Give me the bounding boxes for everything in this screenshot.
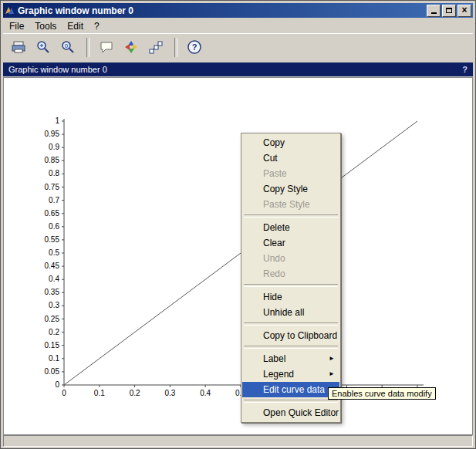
context-menu-item-label[interactable]: Label► [242, 351, 339, 366]
context-menu-item-copy-style[interactable]: Copy Style [242, 181, 339, 197]
menu-separator [244, 400, 338, 403]
app-window: Graphic window number 0 × FileToolsEdit? [0, 0, 476, 449]
menu-item-label: Legend [263, 369, 294, 380]
menu-item-label: Open Quick Editor [263, 407, 339, 418]
toolbar-separator [86, 38, 89, 57]
svg-text:0: 0 [64, 42, 68, 49]
datatips-button[interactable] [144, 36, 167, 59]
context-menu-item-clear[interactable]: Clear [242, 235, 339, 251]
title-bar[interactable]: Graphic window number 0 × [3, 3, 473, 18]
context-menu-item-copy-to-clipboard[interactable]: Copy to Clipboard [242, 328, 339, 343]
svg-text:0.55: 0.55 [45, 235, 60, 244]
context-menu-item-open-quick-editor[interactable]: Open Quick Editor [242, 405, 339, 420]
menubar-item-help[interactable]: ? [89, 20, 105, 32]
ged-button[interactable] [95, 36, 117, 59]
svg-text:0.8: 0.8 [49, 169, 59, 177]
context-menu-item-redo: Redo [242, 266, 339, 282]
window-title: Graphic window number 0 [18, 5, 133, 16]
info-bar: Graphic window number 0 ? [3, 62, 473, 76]
svg-text:?: ? [191, 42, 197, 52]
svg-text:0.2: 0.2 [130, 389, 140, 397]
svg-text:0: 0 [55, 380, 59, 389]
info-bar-help-icon[interactable]: ? [462, 65, 468, 74]
app-icon [5, 5, 15, 15]
zoom-reset-icon: 0 [60, 39, 76, 55]
svg-text:0.95: 0.95 [45, 130, 60, 138]
rotate-button[interactable] [120, 36, 142, 59]
info-bar-title: Graphic window number 0 [8, 65, 107, 74]
svg-text:0.75: 0.75 [45, 183, 60, 191]
menu-bar: FileToolsEdit? [4, 19, 472, 32]
svg-text:0.2: 0.2 [49, 328, 59, 336]
submenu-arrow-icon: ► [329, 351, 335, 366]
context-menu-item-legend[interactable]: Legend► [242, 366, 339, 382]
close-icon: × [461, 5, 467, 15]
context-menu-item-cut[interactable]: Cut [242, 150, 339, 166]
menu-item-label: Delete [263, 222, 290, 233]
menu-item-label: Paste Style [263, 199, 310, 210]
context-menu-item-copy[interactable]: Copy [242, 135, 339, 150]
svg-text:0.6: 0.6 [49, 222, 59, 231]
menu-item-label: Hide [263, 292, 282, 302]
svg-text:0.1: 0.1 [94, 389, 105, 397]
svg-text:0.45: 0.45 [45, 262, 60, 270]
menu-separator [244, 284, 338, 287]
minimize-icon [431, 12, 437, 14]
svg-text:0: 0 [62, 389, 66, 397]
svg-text:0.4: 0.4 [49, 275, 59, 283]
plot-canvas[interactable]: 00.050.10.150.20.250.30.350.40.450.50.55… [3, 77, 473, 435]
ged-icon [99, 39, 114, 55]
plot-tick-labels: 00.050.10.150.20.250.30.350.40.450.50.55… [45, 116, 420, 397]
context-menu-item-delete[interactable]: Delete [242, 220, 339, 235]
zoom-area-icon [35, 39, 51, 55]
svg-text:0.65: 0.65 [45, 209, 60, 218]
menubar-item-tools[interactable]: Tools [29, 20, 62, 32]
menu-item-label: Copy to Clipboard [263, 330, 337, 341]
context-menu-item-hide[interactable]: Hide [242, 289, 339, 305]
menu-item-label: Edit curve data [263, 384, 325, 395]
export-button[interactable] [7, 36, 29, 59]
menu-item-label: Copy Style [263, 184, 308, 194]
svg-text:1: 1 [55, 116, 59, 125]
window-controls: × [425, 5, 471, 17]
menu-item-label: Unhide all [263, 307, 304, 318]
export-icon [11, 39, 26, 55]
svg-text:0.25: 0.25 [45, 315, 60, 323]
zoom-area-button[interactable] [32, 36, 54, 59]
rotate-icon [123, 39, 139, 55]
menubar-item-edit[interactable]: Edit [62, 20, 89, 32]
context-menu-item-paste-style: Paste Style [242, 197, 339, 212]
context-menu-item-paste: Paste [242, 166, 339, 181]
menu-item-label: Label [263, 353, 285, 364]
minimize-button[interactable] [427, 5, 441, 17]
help-button[interactable]: ? [183, 36, 205, 59]
menubar-item-file[interactable]: File [4, 20, 29, 32]
context-menu-item-edit-curve-data[interactable]: Edit curve data [242, 382, 339, 397]
svg-text:0.4: 0.4 [200, 389, 211, 397]
context-menu-item-unhide-all[interactable]: Unhide all [242, 305, 339, 320]
help-icon: ? [187, 39, 202, 55]
menu-separator [244, 322, 338, 326]
menu-item-label: Redo [263, 268, 285, 279]
toolbar-separator [174, 38, 177, 57]
tooltip: Enables curve data modify [328, 387, 436, 400]
svg-text:0.3: 0.3 [49, 301, 59, 309]
zoom-reset-button[interactable]: 0 [56, 36, 79, 59]
submenu-arrow-icon: ► [329, 366, 335, 382]
menu-item-label: Copy [263, 137, 285, 148]
plot-svg: 00.050.10.150.20.250.30.350.40.450.50.55… [4, 78, 474, 434]
maximize-button[interactable] [442, 5, 456, 17]
svg-text:0.15: 0.15 [45, 341, 60, 349]
menu-item-label: Paste [263, 168, 287, 179]
context-menu: CopyCutPasteCopy StylePaste StyleDeleteC… [241, 133, 341, 423]
datatips-icon [148, 39, 164, 55]
menu-separator [244, 214, 338, 218]
status-bar [3, 435, 473, 447]
menu-separator [244, 346, 338, 349]
svg-text:0.3: 0.3 [164, 389, 175, 397]
svg-text:0.85: 0.85 [45, 156, 60, 164]
toolbar: 0 [3, 33, 473, 60]
close-button[interactable]: × [457, 5, 471, 17]
svg-text:0.5: 0.5 [49, 248, 59, 257]
maximize-icon [446, 8, 452, 13]
